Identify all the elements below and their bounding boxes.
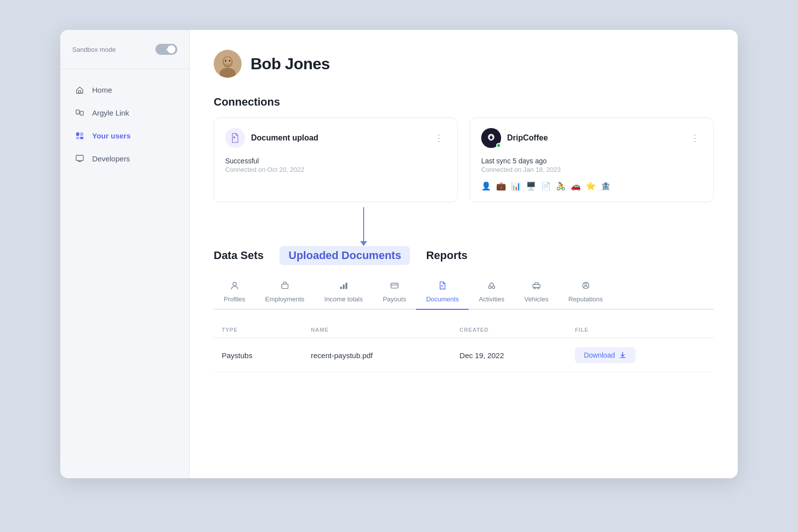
reports-tab[interactable]: Reports [426,247,467,264]
sandbox-label: Sandbox mode [72,46,116,53]
svg-rect-6 [80,137,83,139]
reputations-label: Reputations [568,295,603,303]
svg-rect-24 [532,284,539,287]
sidebar-item-developers[interactable]: Developers [60,147,189,170]
svg-rect-1 [76,110,79,114]
svg-point-22 [489,286,491,288]
dripcoffee-status: Last sync 5 days ago [481,157,702,165]
svg-point-12 [225,60,227,62]
app-container: Sandbox mode OFF Home [60,30,738,478]
row-name: recent-paystub.pdf [303,338,452,373]
svg-point-25 [533,287,535,289]
dripcoffee-data-icons: 👤 💼 📊 🖥️ 📄 🚴 🚗 ⭐ 🏦 [481,181,702,191]
sidebar-item-your-users[interactable]: Your users [60,124,189,147]
dripcoffee-icon-wrap [481,128,501,148]
vehicles-label: Vehicles [524,295,548,303]
download-button[interactable]: Download [575,347,636,363]
sub-tabs: Profiles Employments Income totals Payou… [214,277,714,310]
svg-rect-19 [391,283,398,288]
connections-section: Connections Doc [214,96,714,202]
your-users-icon [74,130,85,141]
uploaded-documents-tab[interactable]: Uploaded Documents [279,246,410,265]
table-head: TYPE NAME CREATED FILE [214,322,714,338]
sidebar-home-label: Home [92,86,112,94]
profiles-label: Profiles [224,295,245,303]
download-icon [619,351,627,359]
toggle-off-label: OFF [166,47,175,52]
table-body: Paystubs recent-paystub.pdf Dec 19, 2022… [214,338,714,373]
profile-data-icon: 👤 [481,181,491,191]
sidebar-argyle-label: Argyle Link [92,109,129,117]
profiles-icon [230,281,239,292]
col-name: NAME [303,322,452,338]
avatar [214,50,242,78]
data-sets-row: Data Sets Uploaded Documents Reports [214,242,714,265]
developers-icon [74,153,85,164]
star-data-icon: ⭐ [586,181,596,191]
document-data-icon: 📄 [541,181,551,191]
payouts-icon [390,281,399,292]
doc-upload-menu[interactable]: ⋮ [431,132,446,144]
sidebar-item-argyle-link[interactable]: Argyle Link [60,101,189,124]
svg-point-13 [229,60,231,62]
svg-rect-2 [80,111,83,115]
sandbox-toggle[interactable]: OFF [155,44,177,55]
documents-label: Documents [426,295,459,303]
table-header-row: TYPE NAME CREATED FILE [214,322,714,338]
svg-rect-15 [281,284,288,288]
vertical-arrow [363,207,364,242]
sidebar-nav: Home Argyle Link [60,78,189,170]
argyle-link-icon [74,107,85,118]
data-sets-tab[interactable]: Data Sets [214,247,264,264]
dripcoffee-menu[interactable]: ⋮ [687,132,702,144]
vehicles-icon [532,281,541,292]
user-name-title: Bob Jones [251,55,330,73]
svg-rect-7 [76,155,83,161]
row-created: Dec 19, 2022 [452,338,567,373]
doc-upload-icon [225,128,245,148]
sidebar: Sandbox mode OFF Home [60,30,190,478]
sub-tab-documents[interactable]: Documents [416,277,469,310]
doc-upload-header: Document upload ⋮ [225,128,446,148]
sub-tab-payouts[interactable]: Payouts [373,277,416,310]
connection-card-doc-upload: Document upload ⋮ Successful Connected o… [214,118,458,202]
sidebar-your-users-label: Your users [92,132,131,140]
employments-label: Employments [265,295,304,303]
reputations-icon [581,281,590,292]
sub-tab-activities[interactable]: Activities [469,277,514,310]
col-type: TYPE [214,322,303,338]
sub-tab-employments[interactable]: Employments [255,277,314,310]
download-label: Download [584,351,615,359]
monitor-data-icon: 🖥️ [526,181,536,191]
table-row: Paystubs recent-paystub.pdf Dec 19, 2022… [214,338,714,373]
home-icon [74,84,85,95]
bike-data-icon: 🚴 [556,181,566,191]
sub-tab-vehicles[interactable]: Vehicles [514,277,558,310]
sidebar-item-home[interactable]: Home [60,78,189,101]
payouts-label: Payouts [383,295,406,303]
svg-rect-4 [80,133,83,136]
sandbox-mode-row: Sandbox mode OFF [60,44,189,69]
svg-rect-18 [345,283,347,289]
connections-grid: Document upload ⋮ Successful Connected o… [214,118,714,202]
sub-tab-income-totals[interactable]: Income totals [314,277,373,310]
chart-data-icon: 📊 [511,181,521,191]
activities-icon [487,281,496,292]
dripcoffee-date: Connected on Jan 18, 2023 [481,166,702,173]
car-data-icon: 🚗 [571,181,581,191]
col-file: FILE [567,322,714,338]
sub-tab-profiles[interactable]: Profiles [214,277,255,310]
sub-tab-reputations[interactable]: Reputations [558,277,613,310]
arrow-container [214,207,714,242]
employments-icon [280,281,289,292]
doc-upload-date: Connected on Oct 20, 2022 [225,166,446,173]
online-indicator [496,143,501,148]
svg-point-28 [584,283,587,286]
doc-upload-title-row: Document upload [225,128,318,148]
connections-title: Connections [214,96,714,109]
main-content: Bob Jones Connections [190,30,738,478]
col-created: CREATED [452,322,567,338]
activities-label: Activities [479,295,504,303]
row-type: Paystubs [214,338,303,373]
svg-rect-3 [76,133,79,136]
